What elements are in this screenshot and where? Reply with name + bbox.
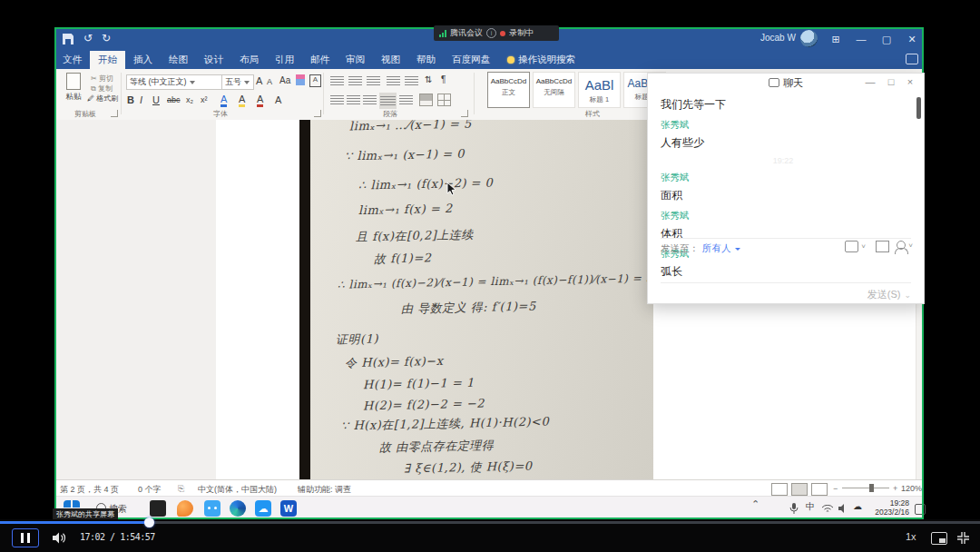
highlight-color-button[interactable]: A: [239, 93, 245, 107]
zoom-level[interactable]: 120%: [901, 484, 922, 493]
sort-icon[interactable]: ⇅: [425, 74, 432, 84]
multilevel-list-icon[interactable]: [367, 75, 380, 86]
accessibility-status[interactable]: 辅助功能: 调查: [298, 484, 351, 496]
bullets-icon[interactable]: [330, 75, 344, 86]
avatar[interactable]: [800, 30, 818, 47]
taskbar-app-word[interactable]: W: [280, 500, 297, 517]
zoom-slider-knob[interactable]: [869, 484, 874, 492]
taskbar-app-dark[interactable]: [150, 500, 166, 517]
chat-titlebar[interactable]: 聊天: [648, 74, 924, 92]
tab-mailings[interactable]: 邮件: [302, 51, 338, 69]
seek-bar[interactable]: [0, 521, 980, 524]
tab-layout[interactable]: 布局: [231, 51, 267, 69]
underline-button[interactable]: U: [152, 93, 160, 107]
tab-home[interactable]: 开始: [90, 51, 125, 69]
grow-font-button[interactable]: A: [256, 75, 262, 86]
format-painter-button[interactable]: 🖉 格式刷: [87, 94, 118, 104]
line-spacing-icon[interactable]: [399, 94, 413, 105]
tab-design[interactable]: 设计: [196, 51, 231, 69]
paragraph-dialog-launcher[interactable]: [461, 110, 468, 117]
zoom-in-button[interactable]: +: [893, 484, 897, 493]
chat-close-button[interactable]: ×: [904, 76, 916, 87]
text-effects-button[interactable]: A: [220, 93, 227, 107]
align-left-icon[interactable]: [330, 94, 344, 105]
wifi-icon[interactable]: [822, 505, 833, 513]
word-count[interactable]: 0 个字: [138, 484, 162, 496]
fullscreen-icon[interactable]: [956, 531, 970, 545]
borders-icon[interactable]: [437, 94, 451, 106]
phonetic-guide-icon[interactable]: [296, 74, 305, 85]
increase-indent-icon[interactable]: [405, 75, 418, 86]
character-shading-button[interactable]: A: [275, 93, 281, 107]
info-icon[interactable]: i: [486, 28, 496, 38]
playback-speed[interactable]: 1x: [906, 531, 916, 542]
chat-scrollbar[interactable]: [916, 97, 921, 119]
volume-icon[interactable]: [53, 532, 66, 544]
taskbar-app-fox[interactable]: [177, 500, 193, 517]
shrink-font-button[interactable]: A: [267, 77, 272, 86]
style-no-spacing[interactable]: AaBbCcDd 无间隔: [533, 72, 575, 108]
ime-indicator[interactable]: 中: [806, 500, 815, 513]
screenshot-icon[interactable]: [876, 241, 889, 252]
mention-icon[interactable]: ˅: [897, 241, 913, 250]
tray-chevron-icon[interactable]: ⌃: [751, 498, 760, 510]
style-normal[interactable]: AaBbCcDd 正文: [487, 72, 530, 108]
style-heading1[interactable]: AaBl 标题 1: [578, 72, 621, 108]
meeting-status-bar[interactable]: 腾讯会议 i 录制中: [434, 25, 559, 41]
speaker-icon[interactable]: [838, 504, 848, 513]
italic-button[interactable]: I: [140, 93, 142, 107]
tab-baidu-netdisk[interactable]: 百度网盘: [444, 51, 498, 69]
print-layout-icon[interactable]: [791, 483, 808, 496]
justify-icon[interactable]: [379, 93, 397, 109]
restore-button[interactable]: ▢: [878, 31, 895, 47]
align-right-icon[interactable]: [363, 94, 377, 105]
font-color-button[interactable]: A: [257, 93, 263, 107]
shading-icon[interactable]: [419, 94, 433, 106]
font-name-combo[interactable]: 等线 (中文正文): [126, 74, 224, 90]
tray-clock[interactable]: 19:28 2023/2/16: [869, 498, 909, 517]
image-attach-icon[interactable]: ˅: [845, 241, 866, 252]
undo-icon[interactable]: ↺: [83, 32, 93, 44]
copy-button[interactable]: ⧉ 复制: [91, 84, 113, 94]
send-button[interactable]: 发送(S) ⌄: [867, 288, 911, 301]
taskbar-app-edge[interactable]: [230, 500, 246, 517]
read-mode-icon[interactable]: [771, 483, 788, 496]
tab-references[interactable]: 引用: [267, 51, 302, 69]
font-size-combo[interactable]: 五号: [221, 74, 254, 90]
clipboard-dialog-launcher[interactable]: [111, 110, 118, 117]
account-name[interactable]: Jocab W: [760, 33, 796, 43]
page-indicator[interactable]: 第 2 页，共 4 页: [60, 484, 119, 496]
tab-file[interactable]: 文件: [54, 51, 90, 69]
zoom-out-button[interactable]: −: [833, 484, 838, 493]
chat-minimize-button[interactable]: —: [864, 76, 877, 87]
tab-view[interactable]: 视图: [373, 51, 408, 69]
cut-button[interactable]: ✂ 剪切: [91, 74, 113, 84]
close-button[interactable]: ✕: [904, 31, 920, 47]
font-dialog-launcher[interactable]: [314, 110, 321, 117]
chat-maximize-button[interactable]: □: [885, 76, 897, 87]
pause-button[interactable]: [12, 528, 39, 547]
show-marks-icon[interactable]: ¶: [441, 74, 446, 84]
subscript-button[interactable]: x₂: [186, 93, 193, 107]
tab-insert[interactable]: 插入: [125, 51, 161, 69]
proofing-icon[interactable]: ⎘: [178, 484, 184, 494]
tell-me-search[interactable]: 操作说明搜索: [498, 51, 584, 69]
notification-center-icon[interactable]: [915, 504, 926, 515]
picture-in-picture-icon[interactable]: [931, 532, 947, 545]
seek-playhead[interactable]: [144, 518, 154, 527]
align-center-icon[interactable]: [347, 94, 360, 105]
tab-help[interactable]: 帮助: [408, 51, 444, 69]
send-to-selector[interactable]: 所有人: [702, 242, 731, 255]
superscript-button[interactable]: x²: [201, 93, 208, 107]
zoom-slider[interactable]: [842, 488, 889, 488]
tab-draw[interactable]: 绘图: [161, 51, 196, 69]
tab-review[interactable]: 审阅: [338, 51, 373, 69]
comments-icon[interactable]: [906, 54, 918, 64]
decrease-indent-icon[interactable]: [387, 75, 400, 86]
strikethrough-button[interactable]: abc: [167, 93, 181, 107]
change-case-button[interactable]: Aa: [279, 75, 290, 85]
save-icon[interactable]: [63, 34, 74, 44]
numbering-icon[interactable]: [348, 75, 362, 86]
bold-button[interactable]: B: [127, 93, 134, 107]
web-layout-icon[interactable]: [811, 483, 828, 496]
